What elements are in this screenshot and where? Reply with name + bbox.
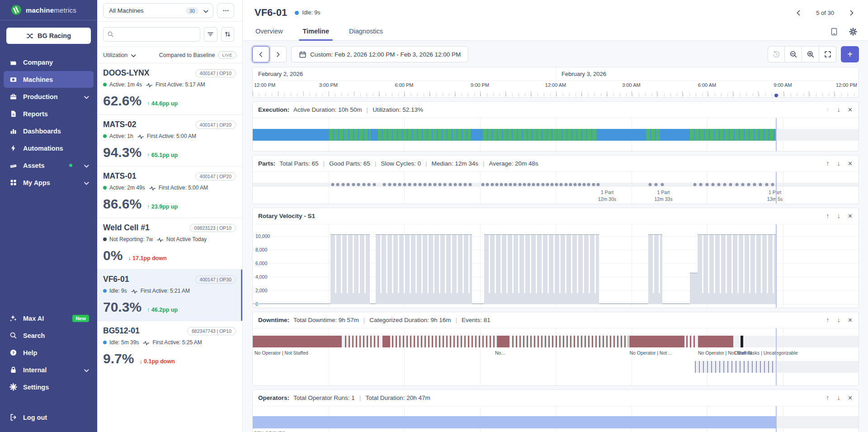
move-panel-up-icon[interactable]: ↑: [826, 160, 829, 167]
tablet-icon[interactable]: [830, 28, 838, 36]
zoom-in-icon[interactable]: [802, 46, 819, 62]
sidebar-item-logout[interactable]: Log out: [4, 409, 94, 426]
part-event-dot[interactable]: [481, 183, 485, 186]
part-event-dot[interactable]: [423, 183, 426, 186]
downtime-other-task-event[interactable]: [741, 336, 744, 347]
sidebar-item-my-apps[interactable]: My Apps: [4, 174, 94, 191]
part-event-dot[interactable]: [660, 183, 664, 186]
part-event-dot[interactable]: [453, 183, 457, 186]
part-event-dot[interactable]: [357, 183, 360, 186]
downtime-chart[interactable]: No Operator | Not StaffedNo...No Operato…: [253, 328, 859, 385]
metric-dropdown[interactable]: Utilization: [103, 52, 136, 58]
part-event-dot[interactable]: [336, 183, 340, 186]
sidebar-item-search[interactable]: Search: [4, 327, 94, 344]
sidebar-item-help[interactable]: ?Help: [4, 344, 94, 361]
machine-card-doos-lynx[interactable]: DOOS-LYNX400147 | OP10Active: 1m 4sFirst…: [97, 63, 242, 114]
part-event-dot[interactable]: [569, 183, 572, 186]
filter-button[interactable]: [204, 27, 217, 42]
part-event-dot[interactable]: [546, 183, 549, 186]
part-event-dot[interactable]: [382, 183, 386, 186]
part-event-dot[interactable]: [518, 183, 521, 186]
sidebar-item-automations[interactable]: Automations: [4, 140, 94, 157]
sort-button[interactable]: [221, 27, 235, 42]
part-event-dot[interactable]: [448, 183, 452, 186]
next-machine-button[interactable]: [846, 7, 857, 19]
sidebar-item-assets[interactable]: Assets: [4, 157, 94, 174]
sidebar-item-machines[interactable]: Machines: [4, 71, 94, 88]
part-event-dot[interactable]: [771, 183, 774, 186]
part-event-dot[interactable]: [541, 183, 544, 186]
move-panel-down-icon[interactable]: ↓: [837, 394, 840, 401]
part-event-dot[interactable]: [747, 183, 750, 186]
move-panel-down-icon[interactable]: ↓: [837, 213, 840, 219]
part-event-dot[interactable]: [741, 183, 744, 186]
part-event-dot[interactable]: [717, 183, 720, 186]
part-event-dot[interactable]: [711, 183, 714, 186]
operator-run-bar[interactable]: [253, 416, 776, 428]
time-ruler[interactable]: 12:00 PM3:00 PM6:00 PM9:00 PM12:00 AM3:0…: [253, 81, 859, 97]
part-event-dot[interactable]: [729, 183, 732, 186]
part-event-dot[interactable]: [398, 183, 401, 186]
pan-left-button[interactable]: [252, 46, 269, 62]
part-event-dot[interactable]: [693, 183, 697, 186]
move-panel-down-icon[interactable]: ↓: [837, 317, 840, 323]
machine-card-mats-02[interactable]: MATS-02400147 | OP20Active: 1hFirst Acti…: [97, 114, 242, 166]
close-panel-icon[interactable]: ×: [848, 394, 852, 402]
downtime-event[interactable]: [629, 336, 684, 347]
part-event-dot[interactable]: [578, 183, 581, 186]
previous-machine-button[interactable]: [793, 7, 804, 19]
part-event-dot[interactable]: [649, 183, 652, 186]
part-event-dot[interactable]: [537, 183, 540, 186]
tab-timeline[interactable]: Timeline: [302, 23, 330, 40]
parts-chart[interactable]: 1 Part12m 30s1 Part12m 33s1 Part13m 5s: [253, 172, 859, 204]
downtime-lane2-events[interactable]: [695, 361, 776, 373]
part-event-dot[interactable]: [495, 183, 498, 186]
close-panel-icon[interactable]: ×: [848, 213, 852, 220]
part-event-dot[interactable]: [439, 183, 442, 186]
part-event-dot[interactable]: [388, 183, 391, 186]
part-event-dot[interactable]: [699, 183, 703, 186]
part-event-dot[interactable]: [759, 183, 762, 186]
part-event-dot[interactable]: [753, 183, 756, 186]
close-panel-icon[interactable]: ×: [848, 106, 852, 114]
part-event-dot[interactable]: [583, 183, 586, 186]
part-event-dot[interactable]: [514, 183, 517, 186]
sidebar-item-internal[interactable]: Internal: [4, 361, 94, 378]
part-event-dot[interactable]: [735, 183, 738, 186]
downtime-event[interactable]: [497, 336, 509, 347]
downtime-event[interactable]: [253, 336, 342, 347]
rotary-chart[interactable]: 10,0008,0006,0004,0002,0000: [253, 224, 859, 308]
gear-icon[interactable]: [849, 28, 857, 36]
part-event-dot[interactable]: [428, 183, 431, 186]
part-event-dot[interactable]: [491, 183, 494, 186]
downtime-events[interactable]: [686, 336, 696, 347]
org-switcher-button[interactable]: BG Racing: [6, 28, 91, 44]
part-event-dot[interactable]: [418, 183, 421, 186]
part-event-dot[interactable]: [393, 183, 396, 186]
sidebar-item-reports[interactable]: Reports: [4, 105, 94, 122]
part-event-dot[interactable]: [413, 183, 416, 186]
history-reset-icon[interactable]: [768, 46, 785, 62]
close-panel-icon[interactable]: ×: [848, 160, 852, 167]
part-event-dot[interactable]: [352, 183, 355, 186]
part-event-dot[interactable]: [550, 183, 553, 186]
part-event-dot[interactable]: [723, 183, 726, 186]
part-event-dot[interactable]: [331, 183, 334, 186]
part-event-dot[interactable]: [373, 183, 376, 186]
part-event-dot[interactable]: [655, 183, 658, 186]
machine-card-bg512-01[interactable]: BG512-01882347743 | OP10Idle: 5m 39sFirs…: [97, 321, 242, 372]
downtime-event[interactable]: [698, 336, 733, 347]
move-panel-down-icon[interactable]: ↓: [837, 106, 840, 113]
machine-card-vf6-01[interactable]: VF6-01400147 | OP30Idle: 9sFirst Active:…: [97, 269, 242, 321]
add-panel-button[interactable]: +: [841, 46, 859, 62]
part-event-dot[interactable]: [505, 183, 508, 186]
part-event-dot[interactable]: [347, 183, 350, 186]
move-panel-up-icon[interactable]: ↑: [826, 106, 829, 113]
part-event-dot[interactable]: [528, 183, 531, 186]
pan-right-button[interactable]: [269, 46, 287, 62]
sidebar-item-dashboards[interactable]: Dashboards: [4, 123, 94, 139]
part-event-dot[interactable]: [434, 183, 437, 186]
part-event-dot[interactable]: [368, 183, 371, 186]
part-event-dot[interactable]: [469, 183, 472, 186]
downtime-events[interactable]: [345, 336, 380, 347]
